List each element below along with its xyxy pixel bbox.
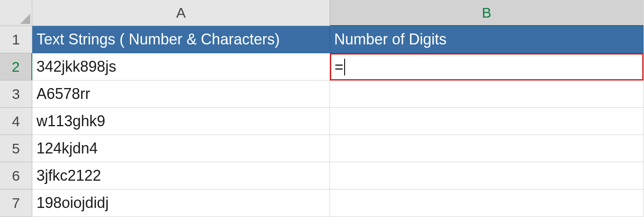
row-header-4[interactable]: 4 bbox=[0, 108, 32, 135]
row-header-7[interactable]: 7 bbox=[0, 189, 32, 217]
column-header-A[interactable]: A bbox=[32, 0, 330, 26]
text-cursor-icon bbox=[344, 59, 345, 75]
row-header-3[interactable]: 3 bbox=[0, 80, 32, 108]
cell-B4[interactable] bbox=[330, 108, 644, 135]
cell-A2[interactable]: 342jkk898js bbox=[32, 53, 330, 80]
cell-B2-content: = bbox=[335, 58, 343, 76]
cell-B5[interactable] bbox=[330, 135, 644, 162]
cell-A4[interactable]: w113ghk9 bbox=[32, 108, 330, 135]
cell-A5[interactable]: 124kjdn4 bbox=[32, 135, 330, 162]
select-all-triangle-icon bbox=[20, 14, 30, 24]
row-header-6[interactable]: 6 bbox=[0, 162, 32, 189]
cell-B3[interactable] bbox=[330, 80, 644, 108]
select-all-corner[interactable] bbox=[0, 0, 32, 26]
row-header-2[interactable]: 2 bbox=[0, 53, 32, 80]
row-header-5[interactable]: 5 bbox=[0, 135, 32, 162]
row-header-1[interactable]: 1 bbox=[0, 26, 32, 53]
cell-A3[interactable]: A6578rr bbox=[32, 80, 330, 108]
svg-marker-0 bbox=[20, 14, 30, 24]
cell-B7[interactable] bbox=[330, 189, 644, 217]
cell-A1[interactable]: Text Strings ( Number & Characters) bbox=[32, 26, 330, 53]
cell-A7[interactable]: 198oiojdidj bbox=[32, 189, 330, 217]
cell-B6[interactable] bbox=[330, 162, 644, 189]
column-header-B[interactable]: B bbox=[330, 0, 644, 26]
cell-B2[interactable]: = bbox=[330, 53, 644, 80]
cell-A6[interactable]: 3jfkc2122 bbox=[32, 162, 330, 189]
spreadsheet-grid: A B 1 Text Strings ( Number & Characters… bbox=[0, 0, 644, 217]
cell-B1[interactable]: Number of Digits bbox=[330, 26, 644, 53]
